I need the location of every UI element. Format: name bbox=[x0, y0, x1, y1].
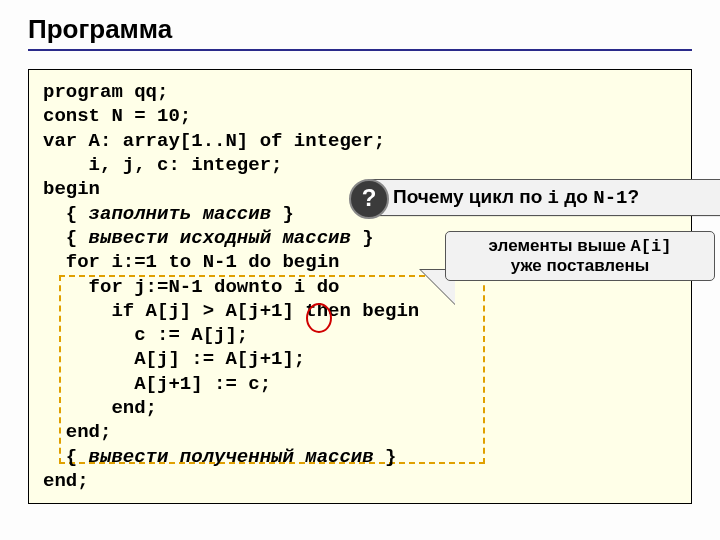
slide-title: Программа bbox=[28, 14, 692, 45]
code-box: program qq; const N = 10; var A: array[1… bbox=[28, 69, 692, 504]
callout-tip: элементы выше A[i] уже поставлены bbox=[445, 231, 715, 281]
code-listing: program qq; const N = 10; var A: array[1… bbox=[43, 80, 677, 493]
code-line: var A: array[1..N] of integer; bbox=[43, 130, 385, 152]
code-line: i, j, c: integer; bbox=[43, 154, 282, 176]
code-line: { bbox=[43, 203, 89, 225]
tip-text: элементы выше bbox=[489, 236, 631, 255]
code-line: end; bbox=[43, 397, 157, 419]
code-line: program qq; bbox=[43, 81, 168, 103]
code-line: } bbox=[374, 446, 397, 468]
code-line: { bbox=[43, 446, 89, 468]
callout-code: i bbox=[548, 187, 559, 209]
code-line: end; bbox=[43, 470, 89, 492]
code-comment: вывести исходный массив bbox=[89, 227, 351, 249]
callout-text: ? bbox=[627, 186, 639, 207]
code-line: const N = 10; bbox=[43, 105, 191, 127]
callout-question: Почему цикл по i до N-1? bbox=[366, 179, 720, 216]
code-comment: заполнить массив bbox=[89, 203, 271, 225]
title-divider bbox=[28, 49, 692, 51]
loop-var-circle bbox=[306, 303, 332, 333]
code-line: } bbox=[271, 203, 294, 225]
code-line: } bbox=[351, 227, 374, 249]
code-comment: вывести полученный массив bbox=[89, 446, 374, 468]
code-line: A[j] := A[j+1]; bbox=[43, 348, 305, 370]
code-line: begin bbox=[43, 178, 100, 200]
callout-text: Почему цикл по bbox=[393, 186, 548, 207]
code-line: { bbox=[43, 227, 89, 249]
question-mark-icon: ? bbox=[349, 179, 389, 219]
tip-code: A[i] bbox=[631, 237, 672, 256]
code-line: end; bbox=[43, 421, 111, 443]
callout-text: до bbox=[559, 186, 593, 207]
code-line: for j:=N-1 downto i do bbox=[43, 276, 339, 298]
code-line: c := A[j]; bbox=[43, 324, 248, 346]
code-line: if A[j] > A[j+1] then begin bbox=[43, 300, 419, 322]
callout-code: N-1 bbox=[593, 187, 627, 209]
code-line: A[j+1] := c; bbox=[43, 373, 271, 395]
code-line: for i:=1 to N-1 do begin bbox=[43, 251, 339, 273]
tip-text: уже поставлены bbox=[511, 256, 649, 275]
